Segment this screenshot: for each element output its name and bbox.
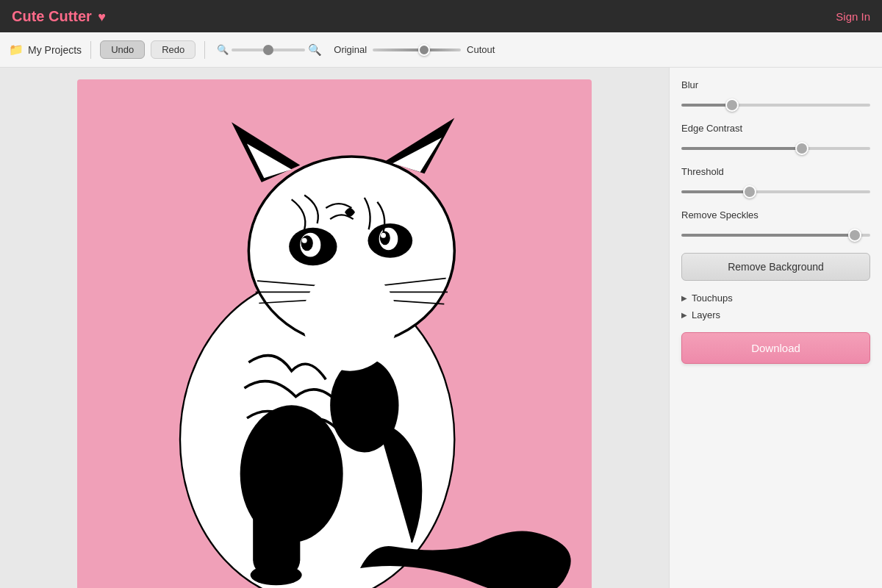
toolbar: 📁 My Projects Undo Redo 🔍 🔍 Original Cut… xyxy=(0,32,882,68)
blur-label: Blur xyxy=(681,79,870,90)
topbar: Cute Cutter ♥ Sign In xyxy=(0,0,882,32)
zoom-slider[interactable] xyxy=(232,49,305,51)
view-slider[interactable] xyxy=(373,49,461,51)
download-button[interactable]: Download xyxy=(681,332,870,364)
edge-contrast-label: Edge Contrast xyxy=(681,123,870,134)
zoom-in-icon[interactable]: 🔍 xyxy=(308,43,322,57)
touchups-section[interactable]: ▶ Touchups xyxy=(681,293,870,304)
blur-slider[interactable] xyxy=(681,104,870,107)
touchups-label: Touchups xyxy=(692,293,733,304)
sign-in-button[interactable]: Sign In xyxy=(836,10,870,23)
touchups-triangle-icon: ▶ xyxy=(681,294,687,302)
svg-point-9 xyxy=(302,238,307,243)
remove-speckles-label: Remove Speckles xyxy=(681,209,870,220)
edge-contrast-section: Edge Contrast xyxy=(681,123,870,153)
app-title-container: Cute Cutter ♥ xyxy=(12,8,106,25)
zoom-out-icon[interactable]: 🔍 xyxy=(217,44,229,55)
threshold-section: Threshold xyxy=(681,166,870,196)
svg-point-12 xyxy=(380,232,390,245)
canvas-area xyxy=(0,68,669,588)
remove-background-button[interactable]: Remove Background xyxy=(681,253,870,281)
threshold-slider[interactable] xyxy=(681,190,870,193)
blur-section: Blur xyxy=(681,79,870,110)
folder-icon: 📁 xyxy=(9,43,24,57)
remove-speckles-slider[interactable] xyxy=(681,234,870,237)
svg-point-22 xyxy=(251,564,302,585)
svg-point-23 xyxy=(240,405,343,542)
remove-speckles-section: Remove Speckles xyxy=(681,209,870,240)
svg-point-25 xyxy=(303,268,397,371)
my-projects-label: My Projects xyxy=(28,44,82,56)
app-title: Cute Cutter xyxy=(12,8,92,24)
main-content: Blur Edge Contrast Threshold Remove Spec… xyxy=(0,68,882,588)
toolbar-divider-2 xyxy=(204,41,205,59)
canvas-container xyxy=(77,79,592,588)
redo-button[interactable]: Redo xyxy=(151,40,196,59)
undo-button[interactable]: Undo xyxy=(100,40,145,59)
svg-point-8 xyxy=(301,235,313,251)
svg-point-24 xyxy=(330,358,398,452)
svg-point-13 xyxy=(381,233,386,238)
app-heart-icon: ♥ xyxy=(98,10,106,24)
view-toggle: Original Cutout xyxy=(334,44,495,55)
layers-section[interactable]: ▶ Layers xyxy=(681,309,870,320)
edge-contrast-slider[interactable] xyxy=(681,147,870,150)
view-original-label: Original xyxy=(334,44,367,55)
view-cutout-label: Cutout xyxy=(467,44,495,55)
right-panel: Blur Edge Contrast Threshold Remove Spec… xyxy=(669,68,882,588)
layers-triangle-icon: ▶ xyxy=(681,311,687,319)
cat-image xyxy=(77,79,592,588)
toolbar-divider-1 xyxy=(90,41,91,59)
my-projects-button[interactable]: 📁 My Projects xyxy=(9,43,82,57)
threshold-label: Threshold xyxy=(681,166,870,177)
layers-label: Layers xyxy=(692,309,720,320)
zoom-section: 🔍 🔍 xyxy=(217,43,322,57)
